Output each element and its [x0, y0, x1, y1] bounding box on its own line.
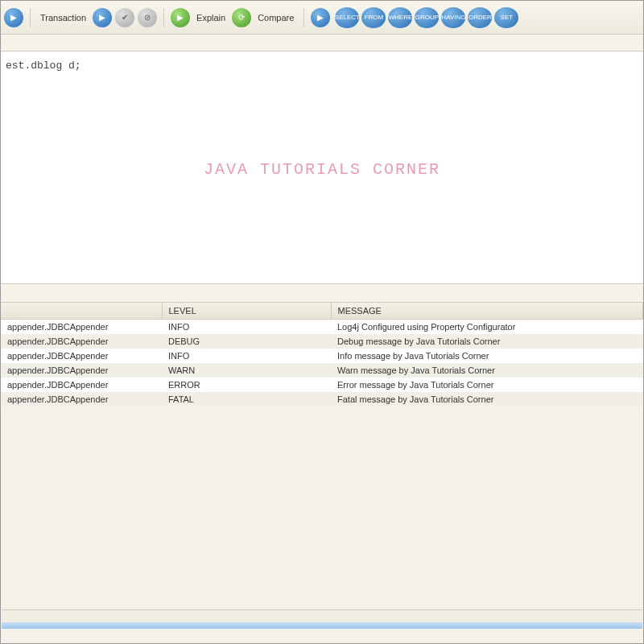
table-row[interactable]: appender.JDBCAppenderINFOLog4j Configure…: [1, 320, 643, 335]
cell-message: Warn message by Java Tutorials Corner: [331, 363, 643, 378]
separator: [30, 8, 31, 27]
transaction-commit-button[interactable]: ✔: [115, 8, 134, 27]
cell-level: INFO: [162, 320, 331, 335]
table-row[interactable]: appender.JDBCAppenderERRORError message …: [1, 378, 643, 392]
cell-level: ERROR: [162, 378, 331, 392]
cell-message: Debug message by Java Tutorials Corner: [331, 334, 643, 349]
cell-level: INFO: [162, 349, 331, 363]
sql-editor[interactable]: est.dblog d; JAVA TUTORIALS CORNER: [1, 51, 643, 284]
sql-select-button[interactable]: SELECT: [335, 7, 359, 28]
separator: [303, 8, 304, 27]
sql-set-button[interactable]: SET: [494, 7, 518, 28]
cell-message: Fatal message by Java Tutorials Corner: [331, 392, 643, 407]
table-row[interactable]: appender.JDBCAppenderDEBUGDebug message …: [1, 334, 643, 349]
cell-appender: appender.JDBCAppender: [1, 320, 162, 335]
transaction-rollback-button[interactable]: ⊘: [138, 8, 157, 27]
cell-appender: appender.JDBCAppender: [1, 349, 162, 363]
horizontal-scrollbar[interactable]: [2, 609, 642, 622]
sql-from-button[interactable]: FROM: [361, 7, 386, 28]
cell-message: Log4j Configured using Property Configur…: [331, 320, 643, 335]
run-button[interactable]: ▶: [4, 8, 23, 27]
cell-message: Info message by Java Tutorials Corner: [331, 349, 643, 363]
watermark-text: JAVA TUTORIALS CORNER: [204, 160, 440, 179]
cell-appender: appender.JDBCAppender: [1, 363, 162, 378]
sql-button-group: SELECTFROMWHEREGROUPHAVINGORDERSET: [335, 7, 518, 28]
cell-level: WARN: [162, 363, 331, 378]
cell-level: FATAL: [162, 392, 331, 407]
status-bar: [2, 622, 642, 629]
sql-group-button[interactable]: GROUP: [415, 7, 439, 28]
result-grid: LEVEL MESSAGE appender.JDBCAppenderINFOL…: [1, 302, 643, 407]
editor-text: est.dblog d;: [6, 60, 81, 72]
compare-button[interactable]: ⟳: [232, 8, 251, 27]
toolbar: ▶ Transaction ▶ ✔ ⊘ ▶ Explain ⟳ Compare …: [1, 1, 643, 35]
grid-header-appender[interactable]: [1, 303, 162, 320]
cell-appender: appender.JDBCAppender: [1, 378, 162, 392]
cell-message: Error message by Java Tutorials Corner: [331, 378, 643, 392]
cell-appender: appender.JDBCAppender: [1, 392, 162, 407]
cell-appender: appender.JDBCAppender: [1, 334, 162, 349]
grid-header-message[interactable]: MESSAGE: [331, 303, 643, 320]
compare-label: Compare: [258, 13, 294, 23]
transaction-label: Transaction: [40, 13, 86, 23]
explain-label: Explain: [196, 13, 225, 23]
table-row[interactable]: appender.JDBCAppenderINFOInfo message by…: [1, 349, 643, 363]
explain-button[interactable]: ▶: [171, 8, 190, 27]
sql-having-button[interactable]: HAVING: [441, 7, 465, 28]
transaction-play-button[interactable]: ▶: [93, 8, 112, 27]
grid-header-row: LEVEL MESSAGE: [1, 303, 643, 320]
separator: [163, 8, 164, 27]
app-window: ▶ Transaction ▶ ✔ ⊘ ▶ Explain ⟳ Compare …: [0, 0, 644, 644]
next-button[interactable]: ▶: [311, 8, 330, 27]
table-row[interactable]: appender.JDBCAppenderFATALFatal message …: [1, 392, 643, 407]
cell-level: DEBUG: [162, 334, 331, 349]
grid-header-level[interactable]: LEVEL: [162, 303, 331, 320]
table-row[interactable]: appender.JDBCAppenderWARNWarn message by…: [1, 363, 643, 378]
sql-order-button[interactable]: ORDER: [468, 7, 492, 28]
sql-where-button[interactable]: WHERE: [388, 7, 412, 28]
